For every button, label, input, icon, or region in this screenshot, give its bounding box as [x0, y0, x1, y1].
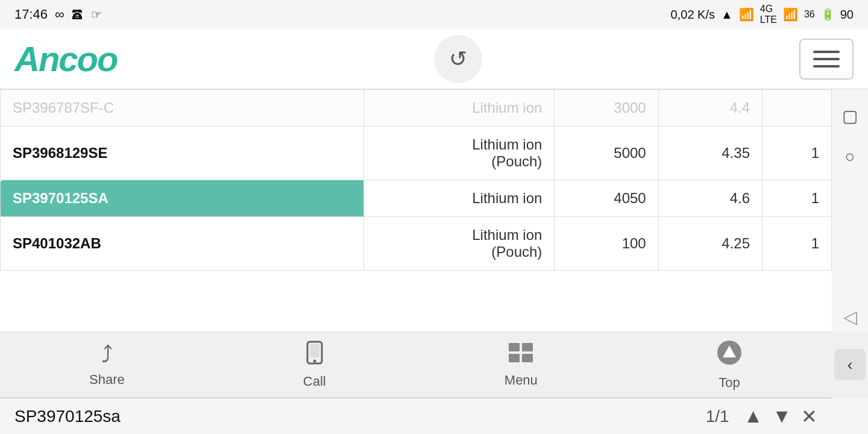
cell-product-id: SP396787SF-C — [1, 90, 364, 127]
back-outline-icon: ◁ — [832, 301, 868, 332]
call-button[interactable]: Call — [291, 336, 338, 394]
signal-bars-2: 📶 — [783, 7, 798, 22]
phone-icon: 🕿 — [72, 8, 84, 22]
cell-voltage: 4.25 — [658, 217, 762, 271]
cell-chemistry: Lithium ion — [364, 90, 555, 127]
battery-icon: 🔋 — [821, 8, 834, 21]
svg-rect-3 — [509, 343, 520, 351]
status-left: 17:46 ∞ 🕿 ☞ — [14, 7, 102, 22]
top-button[interactable]: Top — [704, 335, 755, 395]
top-icon — [716, 339, 743, 371]
svg-point-2 — [313, 359, 316, 362]
cell-qty — [763, 90, 832, 127]
cell-capacity: 3000 — [555, 90, 658, 127]
cell-chemistry: Lithium ion(Pouch) — [364, 127, 555, 180]
cell-chemistry: Lithium ion — [364, 180, 555, 217]
circle-icon: ○ — [845, 147, 855, 166]
signal-bars: 📶 — [739, 7, 754, 22]
infinity-icon: ∞ — [55, 7, 64, 22]
logo-text: Ancoo — [14, 39, 117, 78]
cell-voltage: 4.35 — [658, 127, 762, 180]
menu-icon — [508, 342, 534, 369]
menu-label: Menu — [505, 373, 538, 388]
loading-spinner: ↺ — [434, 35, 482, 83]
svg-rect-4 — [522, 343, 533, 351]
hamburger-line-2 — [813, 58, 840, 60]
status-bar: 17:46 ∞ 🕿 ☞ 0,02 K/s ▲ 📶 4GLTE 📶 36 🔋 90 — [0, 0, 868, 29]
top-label: Top — [719, 375, 740, 391]
battery-level: 90 — [840, 8, 854, 22]
cell-capacity: 5000 — [555, 127, 658, 180]
table-row[interactable]: SP3968129SE Lithium ion(Pouch) 5000 4.35… — [1, 127, 832, 180]
hand-icon: ☞ — [91, 7, 102, 22]
cell-voltage: 4.4 — [658, 90, 762, 127]
hamburger-line-1 — [813, 51, 840, 53]
square-button[interactable]: ▢ — [835, 101, 864, 130]
search-prev-button[interactable]: ▲ — [744, 405, 763, 427]
share-label: Share — [89, 372, 125, 388]
data-speed: 0,02 K/s — [671, 8, 715, 22]
table-row[interactable]: SP396787SF-C Lithium ion 3000 4.4 — [1, 90, 832, 127]
cell-product-id: SP3968129SE — [1, 127, 364, 180]
call-icon — [304, 341, 326, 370]
share-button[interactable]: ⤴ Share — [77, 338, 137, 392]
svg-rect-5 — [509, 354, 520, 362]
svg-rect-1 — [310, 344, 319, 357]
wifi-icon: ▲ — [721, 8, 733, 22]
square-icon: ▢ — [842, 106, 858, 126]
hamburger-menu-button[interactable] — [799, 39, 854, 80]
back-icon: ‹ — [848, 356, 853, 374]
cell-capacity: 100 — [555, 217, 658, 271]
cell-voltage: 4.6 — [658, 180, 762, 217]
bottom-toolbar: ⤴ Share Call Menu — [0, 332, 832, 398]
network-3g: 36 — [804, 9, 815, 20]
cell-qty: 1 — [763, 180, 832, 217]
search-term: SP3970125sa — [14, 407, 691, 426]
svg-rect-6 — [522, 354, 533, 362]
search-count: 1/1 — [706, 407, 729, 426]
back-button[interactable]: ‹ — [834, 349, 866, 380]
status-right: 0,02 K/s ▲ 📶 4GLTE 📶 36 🔋 90 — [671, 4, 854, 25]
share-icon: ⤴ — [101, 342, 113, 368]
menu-button[interactable]: Menu — [492, 337, 550, 393]
call-label: Call — [303, 374, 326, 389]
search-close-button[interactable]: ✕ — [801, 405, 817, 428]
app-logo: Ancoo — [14, 39, 117, 79]
app-header: Ancoo ↺ — [0, 29, 868, 89]
table-row[interactable]: SP3970125SA Lithium ion 4050 4.6 1 — [1, 180, 832, 217]
product-table-container: SP396787SF-C Lithium ion 3000 4.4 SP3968… — [0, 89, 832, 362]
search-nav: ▲ ▼ ✕ — [744, 405, 817, 428]
product-table: SP396787SF-C Lithium ion 3000 4.4 SP3968… — [0, 89, 832, 271]
cell-chemistry: Lithium ion(Pouch) — [364, 217, 555, 271]
table-row[interactable]: SP401032AB Lithium ion(Pouch) 100 4.25 1 — [1, 217, 832, 271]
cell-capacity: 4050 — [555, 180, 658, 217]
search-bar: SP3970125sa 1/1 ▲ ▼ ✕ — [0, 398, 832, 434]
search-next-button[interactable]: ▼ — [772, 405, 791, 427]
cell-qty: 1 — [763, 217, 832, 271]
circle-button[interactable]: ○ — [835, 142, 864, 171]
cell-product-id: SP3970125SA — [1, 180, 364, 217]
cell-product-id: SP401032AB — [1, 217, 364, 271]
hamburger-line-3 — [813, 65, 840, 68]
cell-qty: 1 — [763, 127, 832, 180]
status-time: 17:46 — [14, 7, 48, 22]
network-4g: 4GLTE — [760, 4, 777, 25]
back-button-area: ‹ — [832, 332, 868, 398]
